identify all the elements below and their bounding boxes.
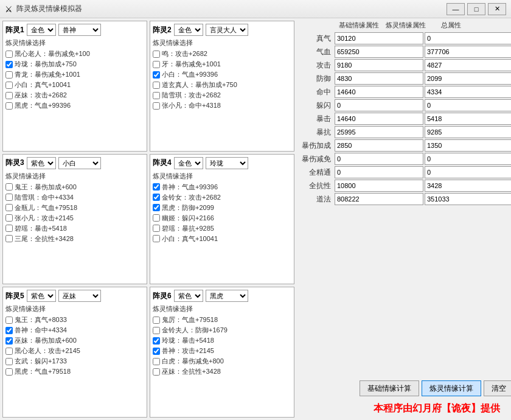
- stat-refine-input-2[interactable]: [425, 59, 511, 71]
- skill-text-6-4[interactable]: 兽神：攻击+2145: [162, 346, 214, 355]
- skill-text-2-6[interactable]: 张小凡：命中+4318: [162, 101, 221, 110]
- skill-text-6-6[interactable]: 巫妹：全抗性+3428: [162, 367, 221, 376]
- skill-checkbox-3-5[interactable]: [5, 225, 13, 232]
- skill-checkbox-3-3[interactable]: [5, 204, 13, 211]
- skill-checkbox-4-4[interactable]: [153, 214, 160, 222]
- skill-checkbox-4-2[interactable]: [153, 194, 160, 201]
- skill-text-5-6[interactable]: 黑虎：气血+79518: [15, 367, 71, 376]
- skill-checkbox-1-2[interactable]: [5, 61, 13, 68]
- skill-checkbox-6-4[interactable]: [153, 348, 160, 355]
- skill-checkbox-1-5[interactable]: [5, 92, 13, 99]
- stat-refine-input-8[interactable]: [425, 139, 511, 152]
- skill-text-1-3[interactable]: 青龙：暴伤减免+1001: [15, 70, 80, 79]
- stat-base-input-8[interactable]: [335, 139, 423, 152]
- stat-refine-input-7[interactable]: [425, 126, 511, 138]
- skill-text-4-6[interactable]: 小白：真气+10041: [162, 234, 218, 243]
- skill-checkbox-6-3[interactable]: [153, 337, 160, 345]
- spirit-type-select-2[interactable]: 言灵大人兽神小白巫妹黑虎玲珑: [206, 24, 248, 36]
- skill-text-5-4[interactable]: 黑心老人：攻击+2145: [15, 346, 80, 355]
- stat-base-input-6[interactable]: [335, 113, 423, 125]
- skill-text-5-1[interactable]: 鬼王：真气+8033: [15, 315, 67, 324]
- skill-checkbox-6-5[interactable]: [153, 358, 160, 365]
- skill-checkbox-4-5[interactable]: [153, 225, 160, 232]
- skill-text-6-3[interactable]: 玲珑：暴击+5418: [162, 336, 214, 345]
- stat-refine-input-12[interactable]: [425, 193, 511, 205]
- spirit-type-select-6[interactable]: 黑虎兽神小白巫妹言灵大人玲珑: [206, 290, 248, 302]
- stat-base-input-12[interactable]: [335, 193, 423, 205]
- skill-text-3-4[interactable]: 张小凡：攻击+2145: [15, 214, 74, 223]
- skill-checkbox-2-5[interactable]: [153, 92, 160, 99]
- spirit-type-select-5[interactable]: 巫妹兽神小白黑虎言灵大人玲珑: [58, 290, 101, 302]
- stat-base-input-2[interactable]: [335, 59, 423, 71]
- skill-checkbox-3-1[interactable]: [5, 183, 13, 191]
- skill-checkbox-1-4[interactable]: [5, 82, 13, 89]
- skill-checkbox-4-1[interactable]: [153, 183, 160, 191]
- skill-text-4-3[interactable]: 黑虎：防御+2099: [162, 203, 214, 212]
- skill-text-5-3[interactable]: 巫妹：暴伤加成+600: [15, 336, 77, 345]
- skill-checkbox-3-2[interactable]: [5, 194, 13, 201]
- spirit-color-select-2[interactable]: 金色紫色蓝色: [174, 24, 203, 36]
- spirit-color-select-1[interactable]: 金色紫色蓝色: [27, 24, 56, 36]
- skill-checkbox-5-1[interactable]: [5, 317, 13, 324]
- stat-base-input-7[interactable]: [335, 126, 423, 138]
- skill-text-3-1[interactable]: 鬼王：暴伤加成+600: [15, 183, 77, 192]
- skill-text-3-2[interactable]: 陆雪琪：命中+4334: [15, 193, 74, 202]
- skill-text-1-6[interactable]: 黑虎：气血+99396: [15, 101, 71, 110]
- skill-text-2-3[interactable]: 小白：气血+99396: [162, 70, 218, 79]
- stat-refine-input-9[interactable]: [425, 153, 511, 165]
- spirit-type-select-4[interactable]: 玲珑兽神小白巫妹黑虎言灵大人: [206, 157, 248, 169]
- skill-checkbox-3-4[interactable]: [5, 214, 13, 222]
- stat-refine-input-0[interactable]: [425, 32, 511, 44]
- skill-text-5-5[interactable]: 玄武：躲闪+1733: [15, 357, 67, 366]
- skill-checkbox-5-6[interactable]: [5, 368, 13, 376]
- skill-text-1-2[interactable]: 玲珑：暴伤加成+750: [15, 60, 77, 69]
- stat-base-input-1[interactable]: [335, 46, 423, 58]
- skill-checkbox-4-6[interactable]: [153, 235, 160, 242]
- spirit-type-select-1[interactable]: 兽神小白巫妹黑虎言灵大人玲珑: [58, 24, 101, 36]
- stat-refine-input-4[interactable]: [425, 86, 511, 98]
- skill-checkbox-6-6[interactable]: [153, 368, 160, 376]
- stat-base-input-4[interactable]: [335, 86, 423, 98]
- skill-text-2-2[interactable]: 牙：暴伤减免+1001: [162, 60, 221, 69]
- skill-checkbox-1-3[interactable]: [5, 71, 13, 79]
- skill-checkbox-4-3[interactable]: [153, 204, 160, 211]
- calc-refine-button[interactable]: 炼灵情缘计算: [422, 380, 481, 396]
- skill-text-5-2[interactable]: 兽神：命中+4334: [15, 326, 67, 335]
- skill-checkbox-2-2[interactable]: [153, 61, 160, 68]
- skill-checkbox-2-4[interactable]: [153, 82, 160, 89]
- spirit-color-select-4[interactable]: 金色紫色蓝色: [174, 157, 203, 169]
- skill-checkbox-5-5[interactable]: [5, 358, 13, 365]
- spirit-color-select-3[interactable]: 金色紫色蓝色: [27, 157, 56, 169]
- skill-text-2-1[interactable]: 鸣：攻击+2682: [162, 49, 207, 58]
- clear-button[interactable]: 清空: [484, 380, 511, 396]
- stat-refine-input-3[interactable]: [425, 72, 511, 85]
- spirit-color-select-6[interactable]: 金色紫色蓝色: [174, 290, 203, 302]
- skill-checkbox-3-6[interactable]: [5, 235, 13, 242]
- stat-base-input-3[interactable]: [335, 72, 423, 85]
- skill-text-6-1[interactable]: 鬼厉：气血+79518: [162, 315, 218, 324]
- skill-checkbox-6-2[interactable]: [153, 327, 160, 334]
- spirit-color-select-5[interactable]: 金色紫色蓝色: [27, 290, 56, 302]
- stat-refine-input-11[interactable]: [425, 180, 511, 192]
- skill-text-4-2[interactable]: 金铃女：攻击+2682: [162, 193, 221, 202]
- skill-text-1-5[interactable]: 巫妹：攻击+2682: [15, 91, 67, 100]
- stat-base-input-9[interactable]: [335, 153, 423, 165]
- stat-refine-input-10[interactable]: [425, 166, 511, 178]
- stat-base-input-5[interactable]: [335, 99, 423, 111]
- stat-refine-input-6[interactable]: [425, 113, 511, 125]
- skill-checkbox-2-6[interactable]: [153, 102, 160, 110]
- skill-checkbox-2-1[interactable]: [153, 51, 160, 58]
- skill-checkbox-5-4[interactable]: [5, 348, 13, 355]
- spirit-type-select-3[interactable]: 小白兽神巫妹黑虎言灵大人玲珑: [58, 157, 101, 169]
- skill-text-1-4[interactable]: 小白：真气+10041: [15, 80, 71, 89]
- skill-text-3-5[interactable]: 碧瑶：暴击+5418: [15, 224, 67, 233]
- skill-text-3-3[interactable]: 金瓶儿：气血+79518: [15, 203, 77, 212]
- close-button[interactable]: ✕: [488, 3, 506, 15]
- skill-text-6-5[interactable]: 白虎：暴伤减免+800: [162, 357, 224, 366]
- stat-refine-input-5[interactable]: [425, 99, 511, 111]
- stat-refine-input-1[interactable]: [425, 46, 511, 58]
- skill-text-4-5[interactable]: 碧瑶：暴抗+9285: [162, 224, 214, 233]
- skill-checkbox-1-1[interactable]: [5, 51, 13, 58]
- skill-text-2-4[interactable]: 道玄真人：暴伤加成+750: [162, 80, 237, 89]
- skill-checkbox-1-6[interactable]: [5, 102, 13, 110]
